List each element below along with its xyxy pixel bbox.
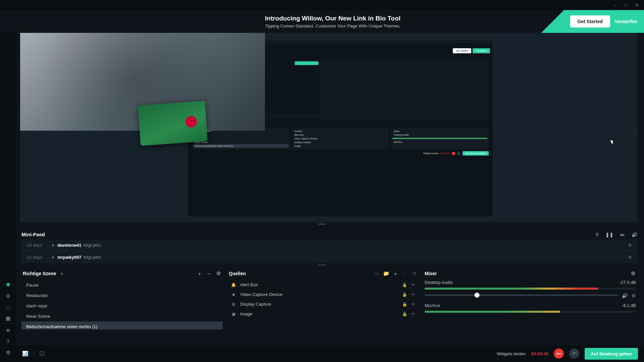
- add-source-icon[interactable]: +: [392, 271, 398, 277]
- go-live-button[interactable]: Auf Sendung gehen: [585, 348, 638, 360]
- mini-feed-title: Mini-Feed: [21, 232, 45, 237]
- promo-subtitle: Tipping Comes Standard. Customize Your P…: [265, 23, 537, 28]
- feed-item[interactable]: 14 days ♥ davetone41 folgt jetzt ↻: [21, 239, 637, 251]
- mixer-track-db: -27.0 dB: [620, 280, 636, 285]
- source-settings-icon[interactable]: ⚙: [411, 270, 417, 277]
- side-nav: ◉ ◎ ◌ ▦ ≣ ? ⚙: [0, 33, 16, 362]
- nav-dashboard-icon[interactable]: ▦: [5, 315, 11, 322]
- minimize-button[interactable]: –: [610, 1, 620, 9]
- mixer-mute-icon[interactable]: 🔊: [622, 293, 628, 298]
- footer-bar: 📊 ⓘ Widgets testen 00:04:43 REC ↶ Auf Se…: [16, 345, 644, 362]
- scene-settings-icon[interactable]: ⚙: [215, 270, 221, 277]
- source-type-icon: ■: [231, 292, 236, 297]
- record-button[interactable]: REC: [554, 349, 564, 359]
- nav-settings-icon[interactable]: ⚙: [5, 349, 11, 356]
- nav-themes-icon[interactable]: ◎: [5, 292, 11, 299]
- source-visibility-icon[interactable]: 👁: [411, 302, 415, 307]
- scene-item[interactable]: Restaurant: [21, 290, 223, 301]
- source-type-icon: 🔔: [231, 283, 236, 287]
- camera-content: [138, 101, 208, 146]
- source-visibility-icon[interactable]: 👁: [411, 283, 415, 287]
- feed-sound-icon[interactable]: 🔊: [632, 232, 637, 237]
- feed-filter-icon[interactable]: ⚲: [595, 232, 599, 237]
- mixer-track: Desktop Audio -27.0 dB 🔊 ⚙: [425, 280, 636, 298]
- mixer-meter: [425, 288, 636, 290]
- mixer-panel: Mixer ⚙ Desktop Audio -27.0 dB 🔊 ⚙ Mic/A…: [423, 268, 637, 329]
- drag-handle[interactable]: [0, 263, 644, 266]
- preview-canvas[interactable]: Introducing Willow, Our New Link in Bio …: [20, 33, 637, 222]
- source-label: Display Capture: [240, 302, 271, 307]
- mini-feed-panel: Mini-Feed ⚲ ❚❚ ⏭ 🔊 14 days ♥ davetone41 …: [21, 230, 637, 263]
- info-icon[interactable]: ⓘ: [40, 351, 45, 357]
- mixer-track-name: Mic/Aux: [425, 303, 440, 308]
- source-lock-icon[interactable]: 🔓: [402, 302, 407, 307]
- source-type-icon: ▣: [231, 312, 236, 316]
- source-item[interactable]: ■ Video Capture Device 🔓 👁: [227, 290, 419, 299]
- add-folder-icon[interactable]: 📁: [383, 270, 389, 277]
- source-item[interactable]: 🖥 Display Capture 🔓 👁: [227, 299, 419, 309]
- scene-item[interactable]: Pause: [21, 280, 223, 290]
- drag-handle[interactable]: [0, 222, 644, 226]
- scenes-panel: Richtige Szene ▾ + − ⚙ PauseRestaurantcl…: [21, 268, 223, 329]
- source-item[interactable]: ▣ Image 🔓 👁: [227, 309, 419, 319]
- feed-message: folgt jetzt: [84, 255, 101, 260]
- sources-panel: Quellen ⇦ 📁 + − ⚙ 🔔 Alert Box 🔓 👁 ■ Vide…: [227, 268, 419, 329]
- mixer-track-settings-icon[interactable]: ⚙: [632, 293, 636, 298]
- record-timer: 00:04:43: [531, 351, 548, 356]
- source-lock-icon[interactable]: 🔓: [402, 283, 407, 287]
- nav-layouts-icon[interactable]: ≣: [5, 326, 11, 333]
- widgets-test-label[interactable]: Widgets testen: [497, 351, 526, 356]
- mixer-settings-icon[interactable]: ⚙: [630, 270, 636, 277]
- scene-item[interactable]: clash royal: [21, 301, 223, 311]
- feed-replay-icon[interactable]: ↻: [628, 255, 632, 260]
- source-label: Image: [240, 311, 252, 316]
- titlebar: – □ ✕: [0, 0, 644, 10]
- promo-title: Introducing Willow, Our New Link in Bio …: [265, 15, 537, 22]
- remove-scene-icon[interactable]: −: [206, 271, 212, 277]
- feed-user: davetone41: [57, 243, 82, 248]
- feed-message: folgt jetzt: [84, 243, 101, 248]
- sources-title: Quellen: [229, 271, 246, 276]
- maximize-button[interactable]: □: [621, 1, 631, 9]
- scene-item[interactable]: Bildschirmaufnahme unten rechts (1): [21, 321, 223, 329]
- promo-banner: Introducing Willow, Our New Link in Bio …: [0, 10, 644, 33]
- follow-icon: ♥: [52, 255, 54, 260]
- feed-replay-icon[interactable]: ↻: [628, 243, 632, 248]
- get-started-button[interactable]: Get Started: [570, 15, 610, 27]
- mixer-track-name: Desktop Audio: [425, 280, 453, 285]
- follow-icon: ♥: [52, 243, 54, 248]
- source-visibility-icon[interactable]: 👁: [411, 312, 415, 316]
- collapse-right-icon[interactable]: ‹: [634, 128, 636, 133]
- feed-skip-icon[interactable]: ⏭: [620, 232, 625, 237]
- feed-user: mrpaiky007: [57, 255, 82, 260]
- nav-studio-icon[interactable]: ◉: [5, 281, 11, 288]
- scenes-title: Richtige Szene: [23, 271, 56, 276]
- feed-pause-icon[interactable]: ❚❚: [605, 232, 613, 237]
- add-scene-icon[interactable]: +: [197, 271, 203, 277]
- scene-item[interactable]: Neue Szene: [21, 311, 223, 321]
- source-lock-icon[interactable]: 🔓: [402, 292, 407, 297]
- mixer-title: Mixer: [425, 271, 437, 276]
- nav-help-icon[interactable]: ?: [5, 338, 11, 345]
- folder-back-icon[interactable]: ⇦: [374, 270, 380, 277]
- scenes-dropdown-icon[interactable]: ▾: [61, 272, 63, 276]
- nav-apps-icon[interactable]: ◌: [5, 304, 11, 310]
- feed-time: 14 days: [27, 243, 47, 248]
- remove-source-icon[interactable]: −: [402, 271, 408, 277]
- mixer-track-db: -6.1 dB: [622, 303, 636, 308]
- replay-buffer-button[interactable]: ↶: [569, 349, 579, 359]
- source-item[interactable]: 🔔 Alert Box 🔓 👁: [227, 280, 419, 290]
- source-lock-icon[interactable]: 🔓: [402, 312, 407, 316]
- source-label: Video Capture Device: [240, 292, 282, 297]
- preview-area: Introducing Willow, Our New Link in Bio …: [0, 33, 644, 222]
- close-button[interactable]: ✕: [632, 1, 641, 9]
- feed-item[interactable]: 21 days ♥ mrpaiky007 folgt jetzt ↻: [21, 251, 637, 263]
- mixer-track: Mic/Aux -6.1 dB 🔊 ⚙: [425, 303, 636, 313]
- source-type-icon: 🖥: [231, 302, 236, 307]
- stats-icon[interactable]: 📊: [22, 351, 29, 357]
- dismiss-button[interactable]: Verwerfen: [615, 19, 637, 24]
- mixer-volume-slider[interactable]: [425, 294, 618, 296]
- feed-time: 21 days: [27, 255, 47, 260]
- source-visibility-icon[interactable]: 👁: [411, 292, 415, 297]
- source-label: Alert Box: [240, 282, 258, 287]
